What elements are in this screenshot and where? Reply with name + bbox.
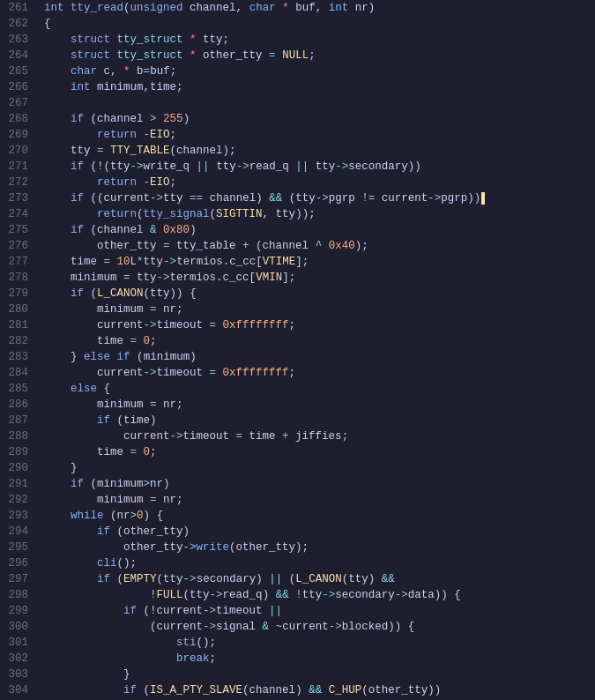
code-line-276: other_tty = tty_table + (channel ^ 0x40)…	[44, 238, 595, 254]
code-line-275: if (channel & 0x80)	[44, 222, 595, 238]
code-line-296: cli();	[44, 555, 595, 571]
code-editor: 261 262 263 264 265 266 267 268 269 270 …	[0, 0, 595, 700]
code-line-265: char c, * b=buf;	[44, 63, 595, 79]
line-numbers: 261 262 263 264 265 266 267 268 269 270 …	[0, 0, 37, 700]
code-line-297: if (EMPTY(tty->secondary) || (L_CANON(tt…	[44, 571, 595, 587]
code-line-264: struct tty_struct * other_tty = NULL;	[44, 48, 595, 63]
code-line-294: if (other_tty)	[44, 524, 595, 540]
code-line-298: !FULL(tty->read_q) && !tty->secondary->d…	[44, 587, 595, 603]
code-line-270: tty = TTY_TABLE(channel);	[44, 143, 595, 159]
code-line-289: time = 0;	[44, 444, 595, 460]
code-line-266: int minimum,time;	[44, 79, 595, 95]
code-line-272: return -EIO;	[44, 175, 595, 190]
code-line-300: (current->signal & ~current->blocked)) {	[44, 619, 595, 635]
code-line-269: return -EIO;	[44, 127, 595, 143]
code-line-285: else {	[44, 381, 595, 397]
code-line-263: struct tty_struct * tty;	[44, 32, 595, 48]
code-line-274: return(tty_signal(SIGTTIN, tty));	[44, 206, 595, 222]
code-line-282: time = 0;	[44, 333, 595, 349]
code-line-261: int tty_read(unsigned channel, char * bu…	[44, 0, 595, 16]
code-content: int tty_read(unsigned channel, char * bu…	[37, 0, 595, 700]
code-line-277: time = 10L*tty->termios.c_cc[VTIME];	[44, 254, 595, 270]
code-line-268: if (channel > 255)	[44, 111, 595, 127]
code-line-287: if (time)	[44, 413, 595, 428]
code-line-279: if (L_CANON(tty)) {	[44, 286, 595, 302]
code-line-281: current->timeout = 0xffffffff;	[44, 317, 595, 333]
code-line-299: if (!current->timeout ||	[44, 603, 595, 619]
code-line-278: minimum = tty->termios.c_cc[VMIN];	[44, 270, 595, 286]
code-line-288: current->timeout = time + jiffies;	[44, 428, 595, 444]
code-line-295: other_tty->write(other_tty);	[44, 540, 595, 555]
code-line-283: } else if (minimum)	[44, 349, 595, 365]
code-line-271: if (!(tty->write_q || tty->read_q || tty…	[44, 159, 595, 175]
code-line-291: if (minimum>nr)	[44, 476, 595, 492]
code-line-293: while (nr>0) {	[44, 508, 595, 524]
code-line-273: if ((current->tty == channel) && (tty->p…	[44, 190, 595, 206]
code-line-303: }	[44, 666, 595, 682]
code-line-292: minimum = nr;	[44, 492, 595, 508]
code-line-280: minimum = nr;	[44, 302, 595, 317]
code-line-302: break;	[44, 651, 595, 666]
code-line-290: }	[44, 460, 595, 476]
code-line-262: {	[44, 16, 595, 32]
code-line-301: sti();	[44, 635, 595, 651]
code-line-286: minimum = nr;	[44, 397, 595, 413]
code-line-284: current->timeout = 0xffffffff;	[44, 365, 595, 381]
code-line-267	[44, 95, 595, 111]
code-line-304: if (IS_A_PTY_SLAVE(channel) && C_HUP(oth…	[44, 682, 595, 698]
